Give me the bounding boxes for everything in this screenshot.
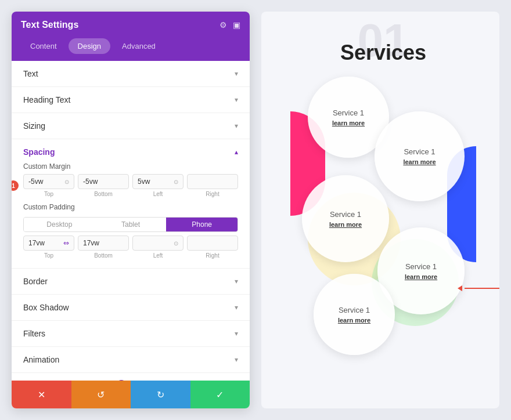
tab-desktop[interactable]: Desktop [24, 218, 95, 231]
service-2-name: Service 1 [404, 147, 435, 156]
arrow-indicator [458, 285, 499, 291]
service-1-link[interactable]: learn more [332, 120, 365, 126]
section-sizing-label: Sizing [23, 121, 45, 131]
margin-left-label: Left [153, 191, 163, 197]
section-border-label: Border [23, 277, 48, 286]
chevron-down-icon: ▾ [235, 356, 238, 364]
chevron-down-icon: ▾ [235, 96, 238, 104]
section-animation[interactable]: Animation ▾ [12, 347, 250, 373]
padding-top-label: Top [44, 252, 53, 259]
panel-footer: ✕ ↺ ↻ ✓ [12, 381, 250, 408]
padding-bottom-group: 17vw Bottom [78, 236, 129, 259]
section-text[interactable]: Text ▾ [12, 61, 250, 87]
service-1-name: Service 1 [333, 108, 364, 117]
circles-area: Service 1 learn more Service 1 learn mor… [290, 77, 476, 355]
preview-panel: 01 Services Service 1 learn more Service… [261, 12, 499, 408]
link-icon: ⇔ [63, 239, 69, 247]
spacing-section: Custom Margin 1 -5vw ⊙ Top -5vw Bottom [12, 162, 250, 269]
margin-left-group: 5vw ⊙ Left [132, 174, 183, 197]
tab-phone[interactable]: Phone [166, 218, 237, 231]
margin-right-input[interactable] [187, 174, 238, 189]
service-5-link[interactable]: learn more [338, 317, 370, 324]
margin-bottom-group: -5vw Bottom [78, 174, 129, 197]
device-tabs: Desktop Tablet Phone [23, 217, 238, 232]
padding-bottom-input[interactable]: 17vw [78, 236, 129, 251]
chevron-down-icon: ▾ [235, 277, 238, 285]
padding-left-group: ⊙ Left [132, 236, 183, 259]
padding-top-group: 17vw ⇔ Top [23, 236, 74, 259]
tab-design[interactable]: Design [69, 38, 110, 54]
redo-button[interactable]: ↻ [131, 381, 190, 408]
chevron-up-icon: ▴ [235, 148, 238, 156]
section-text-label: Text [23, 69, 38, 78]
section-sizing[interactable]: Sizing ▾ [12, 113, 250, 139]
padding-right-label: Right [206, 252, 219, 259]
services-title: Services [340, 41, 426, 65]
padding-right-group: Right [187, 236, 238, 259]
margin-left-input[interactable]: 5vw ⊙ [132, 174, 183, 189]
settings-panel: Text Settings ⚙ ▣ Content Design Advance… [12, 12, 250, 408]
link-icon: ⊙ [174, 179, 178, 185]
service-circle-3: Service 1 learn more [302, 175, 389, 262]
service-4-name: Service 1 [405, 262, 437, 271]
tab-content[interactable]: Content [21, 38, 66, 54]
tab-bar: Content Design Advanced [12, 38, 250, 61]
margin-top-label: Top [44, 191, 53, 197]
service-4-link[interactable]: learn more [405, 273, 437, 280]
badge-1: 1 [12, 180, 19, 191]
section-filters[interactable]: Filters ▾ [12, 321, 250, 347]
section-box-shadow[interactable]: Box Shadow ▾ [12, 295, 250, 321]
service-2-link[interactable]: learn more [403, 158, 436, 165]
cancel-button[interactable]: ✕ [12, 381, 71, 408]
margin-right-label: Right [206, 191, 219, 197]
section-box-shadow-label: Box Shadow [23, 303, 69, 312]
panel-content: Text ▾ Heading Text ▾ Sizing ▾ Spacing ▴… [12, 61, 250, 381]
padding-left-input[interactable]: ⊙ [132, 236, 183, 251]
header-icons: ⚙ ▣ [219, 20, 240, 30]
arrow-head-icon [458, 285, 462, 291]
custom-padding-label: Custom Padding [23, 203, 238, 211]
service-circle-2: Service 1 learn more [375, 111, 465, 201]
save-button[interactable]: ✓ [190, 381, 250, 408]
tab-advanced[interactable]: Advanced [113, 38, 165, 54]
section-heading-text[interactable]: Heading Text ▾ [12, 87, 250, 113]
services-header: 01 Services [340, 23, 426, 65]
link-icon: ⊙ [174, 240, 178, 247]
help-row[interactable]: ? Help [12, 373, 250, 381]
link-icon: ⊙ [64, 179, 69, 185]
panel-header: Text Settings ⚙ ▣ [12, 12, 250, 38]
padding-bottom-label: Bottom [94, 252, 113, 259]
section-spacing-header[interactable]: Spacing ▴ [12, 139, 250, 157]
arrow-line [465, 288, 499, 289]
custom-margin-label: Custom Margin [23, 162, 238, 171]
section-heading-label: Heading Text [23, 95, 70, 104]
section-filters-label: Filters [23, 329, 45, 338]
section-spacing-label: Spacing [23, 147, 55, 157]
chevron-down-icon: ▾ [235, 303, 238, 312]
padding-top-input[interactable]: 17vw ⇔ [23, 236, 74, 251]
chevron-down-icon: ▾ [235, 122, 238, 130]
margin-top-input[interactable]: -5vw ⊙ [23, 174, 74, 189]
margin-right-group: Right [187, 174, 238, 197]
service-3-name: Service 1 [330, 210, 361, 219]
settings-icon[interactable]: ⚙ [219, 20, 227, 30]
padding-left-label: Left [153, 252, 163, 259]
service-3-link[interactable]: learn more [329, 221, 362, 228]
chevron-down-icon: ▾ [235, 70, 238, 78]
panel-title: Text Settings [21, 20, 78, 30]
tab-tablet[interactable]: Tablet [95, 218, 167, 231]
section-border[interactable]: Border ▾ [12, 269, 250, 295]
margin-row: 1 -5vw ⊙ Top -5vw Bottom [23, 174, 238, 197]
padding-row: 17vw ⇔ Top 17vw Bottom ⊙ Le [23, 236, 238, 259]
margin-bottom-label: Bottom [94, 191, 113, 197]
section-animation-label: Animation [23, 355, 59, 364]
layout-icon[interactable]: ▣ [233, 20, 240, 30]
chevron-down-icon: ▾ [235, 330, 238, 338]
margin-bottom-input[interactable]: -5vw [78, 174, 129, 189]
service-5-name: Service 1 [339, 306, 370, 314]
padding-right-input[interactable] [187, 236, 238, 251]
service-circle-5: Service 1 learn more [314, 274, 395, 355]
margin-top-group: -5vw ⊙ Top [23, 174, 74, 197]
undo-button[interactable]: ↺ [71, 381, 131, 408]
